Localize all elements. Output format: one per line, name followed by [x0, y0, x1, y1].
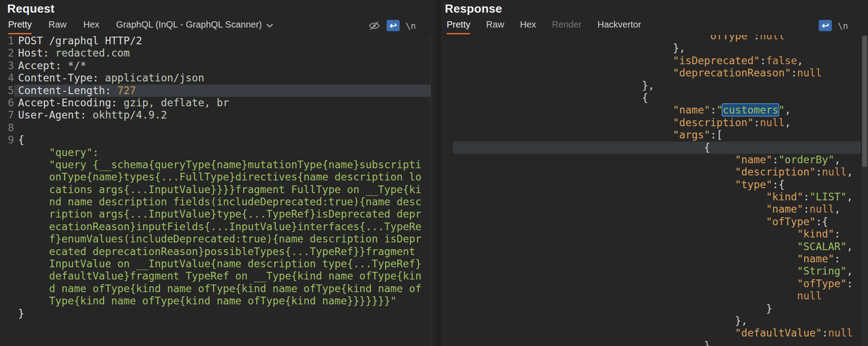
- tab-graphql-inql-label: GraphQL (InQL - GraphQL Scanner): [116, 19, 262, 30]
- response-line[interactable]: "type":{: [453, 179, 861, 191]
- line-number: [0, 208, 14, 220]
- response-line[interactable]: },: [453, 80, 861, 92]
- tab-request-hex[interactable]: Hex: [83, 19, 99, 34]
- request-line[interactable]: cations args{...InputValue}}}}fragment F…: [0, 184, 430, 196]
- line-number: 3: [0, 60, 14, 72]
- tab-response-render[interactable]: Render: [552, 19, 582, 34]
- line-number: 2: [0, 47, 14, 59]
- response-line[interactable]: },: [453, 42, 861, 54]
- request-line[interactable]: 8: [0, 122, 430, 134]
- request-line[interactable]: 4Content-Type: application/json: [0, 72, 430, 84]
- line-number: [0, 159, 14, 171]
- request-line[interactable]: d name ofType{kind name ofType{kind name…: [0, 283, 430, 295]
- line-number: [0, 147, 14, 159]
- request-line[interactable]: 5Content-Length: 727: [0, 85, 430, 97]
- request-line[interactable]: 6Accept-Encoding: gzip, deflate, br: [0, 97, 430, 109]
- response-line[interactable]: "deprecationReason":null: [453, 67, 861, 79]
- request-tab-bar: Pretty Raw Hex GraphQL (InQL - GraphQL S…: [0, 15, 436, 34]
- show-newlines-toggle-icon[interactable]: \n: [406, 21, 416, 31]
- request-editor[interactable]: 1POST /graphql HTTP/22Host: redacted.com…: [0, 35, 430, 320]
- response-panel: Response Pretty Raw Hex Render Hackverto…: [441, 0, 868, 346]
- line-number: [0, 295, 14, 307]
- line-number: [0, 246, 14, 258]
- response-line[interactable]: "name":null,: [453, 203, 861, 215]
- line-number: [0, 308, 14, 320]
- request-line[interactable]: defaultValue}fragment TypeRef on __Type{…: [0, 270, 430, 282]
- response-line[interactable]: {: [453, 142, 861, 154]
- response-header: Response Pretty Raw Hex Render Hackverto…: [441, 0, 868, 35]
- tab-graphql-inql[interactable]: GraphQL (InQL - GraphQL Scanner): [116, 19, 274, 34]
- response-line[interactable]: {: [453, 92, 861, 104]
- response-line[interactable]: "isDeprecated":false,: [453, 55, 861, 67]
- request-line[interactable]: 9{: [0, 134, 430, 146]
- chevron-down-icon[interactable]: [266, 23, 274, 28]
- response-line[interactable]: null: [453, 290, 861, 302]
- response-line[interactable]: "name":: [453, 253, 861, 265]
- line-number: [0, 221, 14, 233]
- tab-response-raw[interactable]: Raw: [486, 19, 504, 34]
- request-line[interactable]: ecated deprecationReason}possibleTypes{.…: [0, 246, 430, 258]
- editor-menu-icon[interactable]: [422, 22, 431, 29]
- request-line[interactable]: Type{kind name ofType{kind name ofType{k…: [0, 295, 430, 307]
- response-line[interactable]: "ofType":: [453, 278, 861, 290]
- request-line[interactable]: InputValue on __InputValue{name descript…: [0, 258, 430, 270]
- response-line[interactable]: "String",: [453, 265, 861, 277]
- request-line[interactable]: f}enumValues(includeDeprecated:true){nam…: [0, 233, 430, 245]
- request-line[interactable]: 3Accept: */*: [0, 60, 430, 72]
- request-editor-viewport: 1POST /graphql HTTP/22Host: redacted.com…: [0, 35, 431, 346]
- response-line[interactable]: "ofType":null: [453, 35, 861, 42]
- tab-request-pretty[interactable]: Pretty: [8, 19, 32, 34]
- tab-response-hackvertor[interactable]: Hackvertor: [597, 19, 641, 34]
- response-line[interactable]: "description":null,: [453, 166, 861, 178]
- response-editor[interactable]: "ofType":null},"isDeprecated":false,"dep…: [441, 35, 868, 346]
- request-line[interactable]: ecationReason}inputFields{...InputValue}…: [0, 221, 430, 233]
- request-line[interactable]: ription args{...InputValue}type{...TypeR…: [0, 208, 430, 220]
- tab-request-raw[interactable]: Raw: [48, 19, 66, 34]
- response-line[interactable]: "SCALAR",: [453, 241, 861, 253]
- response-line[interactable]: "kind":"LIST",: [453, 191, 861, 203]
- request-line[interactable]: }: [0, 308, 430, 320]
- line-number: 9: [0, 134, 14, 146]
- request-line[interactable]: onType{name}types{...FullType}directives…: [0, 171, 430, 183]
- response-toolbar: ↩ \n: [819, 20, 863, 34]
- response-line[interactable]: "name":"orderBy",: [453, 154, 861, 166]
- response-tab-bar: Pretty Raw Hex Render Hackvertor ↩ \n: [441, 15, 868, 34]
- tab-response-pretty[interactable]: Pretty: [447, 19, 470, 34]
- response-line[interactable]: "ofType":{: [453, 216, 861, 228]
- line-number: [0, 196, 14, 208]
- line-number: [0, 171, 14, 183]
- line-number: 5: [0, 85, 14, 97]
- line-number: [0, 184, 14, 196]
- response-line[interactable]: "args":[: [453, 129, 861, 141]
- response-line[interactable]: "kind":: [453, 228, 861, 240]
- response-scrollbar-thumb[interactable]: [862, 36, 867, 167]
- editor-menu-icon[interactable]: [854, 22, 863, 29]
- request-line[interactable]: 1POST /graphql HTTP/2: [0, 35, 430, 47]
- response-line[interactable]: "name":"customers",: [453, 104, 861, 116]
- request-title: Request: [7, 2, 55, 16]
- response-line[interactable]: },: [453, 340, 861, 346]
- line-number: 7: [0, 109, 14, 121]
- response-title: Response: [445, 2, 502, 16]
- response-line[interactable]: "defaultValue":null: [453, 327, 861, 339]
- tab-response-hex[interactable]: Hex: [520, 19, 536, 34]
- response-line[interactable]: "description":null,: [453, 117, 861, 129]
- word-wrap-toggle-icon[interactable]: ↩: [819, 20, 832, 31]
- request-line[interactable]: 7User-Agent: okhttp/4.9.2: [0, 109, 430, 121]
- panel-divider: [436, 0, 441, 346]
- selected-text: customers: [722, 104, 778, 116]
- word-wrap-toggle-icon[interactable]: ↩: [387, 20, 400, 31]
- request-line[interactable]: "query":: [0, 147, 430, 159]
- request-line[interactable]: 2Host: redacted.com: [0, 47, 430, 59]
- request-header: Request Pretty Raw Hex GraphQL (InQL - G…: [0, 0, 436, 35]
- response-line[interactable]: },: [453, 315, 861, 327]
- request-panel: Request Pretty Raw Hex GraphQL (InQL - G…: [0, 0, 436, 346]
- response-line[interactable]: }: [453, 303, 861, 315]
- request-line[interactable]: nd name description fields(includeDeprec…: [0, 196, 430, 208]
- request-line[interactable]: "query {__schema{queryType{name}mutation…: [0, 159, 430, 171]
- show-newlines-toggle-icon[interactable]: \n: [838, 21, 848, 31]
- response-scrollbar[interactable]: [861, 35, 868, 346]
- response-viewer-viewport: "ofType":null},"isDeprecated":false,"dep…: [441, 35, 868, 346]
- eye-off-icon[interactable]: [368, 20, 381, 31]
- line-number: [0, 233, 14, 245]
